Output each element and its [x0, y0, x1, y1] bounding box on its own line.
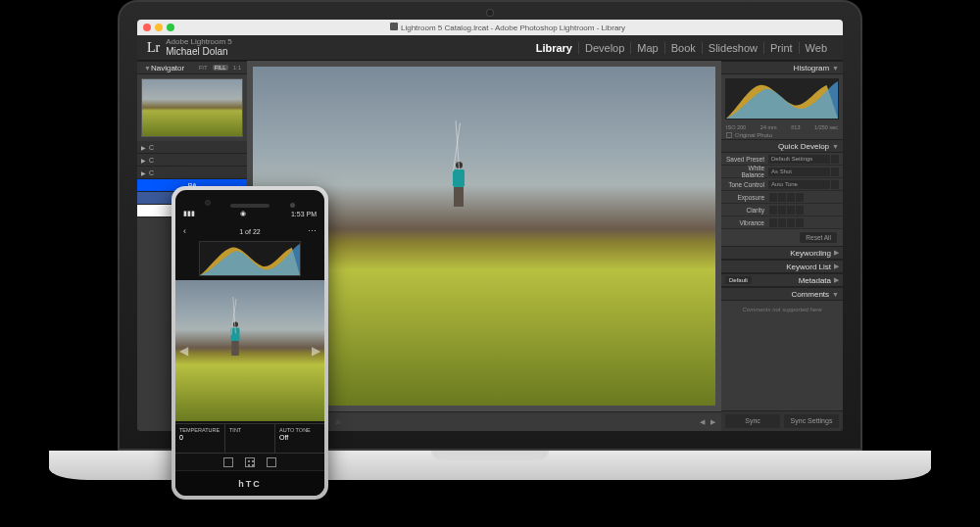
- chevron-right-icon: ▶: [141, 157, 146, 164]
- module-map[interactable]: Map: [630, 42, 663, 54]
- chevron-right-icon: ▶: [834, 276, 839, 284]
- sync-settings-button[interactable]: Sync Settings: [784, 414, 839, 428]
- top-bar: Lr Adobe Lightroom 5 Michael Dolan Libra…: [137, 35, 843, 61]
- phone-controls: TEMPERATURE0 TINT AUTO TONEOff: [175, 423, 324, 453]
- app-icon: [390, 23, 398, 30]
- histogram-header[interactable]: Histogram ▼: [721, 61, 843, 74]
- meta-focal: 24 mm: [760, 124, 777, 130]
- meta-aperture: f/13: [791, 124, 800, 130]
- comments-body: Comments not supported here: [721, 301, 843, 318]
- module-slideshow[interactable]: Slideshow: [702, 42, 763, 54]
- sync-row: Sync Sync Settings: [721, 410, 843, 431]
- wifi-icon: ◉: [240, 210, 246, 217]
- histogram-display[interactable]: [725, 78, 839, 120]
- stepper-icon[interactable]: [831, 180, 839, 189]
- qd-exposure[interactable]: Exposure: [721, 191, 843, 204]
- left-collapsed-row-3[interactable]: ▶C: [137, 167, 247, 179]
- window-title: Lightroom 5 Catalog.lrcat - Adobe Photos…: [178, 23, 837, 32]
- qd-clarity[interactable]: Clarity: [721, 204, 843, 216]
- laptop-camera: [487, 10, 493, 16]
- laptop-notch: [431, 451, 549, 460]
- chevron-right-icon: ▶: [834, 263, 839, 270]
- phone-view-icons: [175, 453, 324, 470]
- module-picker: Library Develop Map Book Slideshow Print…: [530, 42, 833, 54]
- navigator-label: Navigator: [151, 64, 184, 72]
- left-collapsed-row-2[interactable]: ▶C: [137, 154, 247, 167]
- right-panel: Histogram ▼ ISO 200 24 mm f/13 1/250 sec: [721, 61, 843, 431]
- navigator-header[interactable]: ▼ Navigator FIT FILL 1:1: [137, 61, 247, 74]
- chevron-right-icon[interactable]: ▶: [710, 418, 715, 426]
- prev-photo-icon[interactable]: ◀: [179, 344, 188, 358]
- ctrl-tint[interactable]: TINT: [225, 424, 275, 453]
- histogram-svg: [200, 242, 300, 275]
- sync-button[interactable]: Sync: [725, 414, 780, 428]
- qd-white-balance[interactable]: White BalanceAs Shot: [721, 166, 843, 178]
- meta-iso: ISO 200: [726, 124, 746, 130]
- metadata-preset[interactable]: Default: [725, 276, 752, 284]
- zoom-icon[interactable]: [167, 24, 174, 31]
- ctrl-temperature[interactable]: TEMPERATURE0: [175, 424, 225, 453]
- chevron-right-icon: ▶: [834, 249, 839, 257]
- back-icon[interactable]: ‹: [183, 226, 186, 236]
- navigator-thumbnail[interactable]: [141, 78, 243, 137]
- brand-user: Michael Dolan: [166, 46, 232, 57]
- chevron-right-icon: ▶: [141, 169, 146, 176]
- chevron-left-icon[interactable]: ◀: [700, 418, 705, 426]
- view-grid-icon[interactable]: [245, 457, 255, 467]
- view-compare-icon[interactable]: [267, 457, 276, 467]
- signal-icon: ▮▮▮: [183, 210, 195, 217]
- qd-tone-control[interactable]: Tone ControlAuto Tone: [721, 178, 843, 191]
- chevron-down-icon: ▼: [144, 65, 151, 72]
- nav-zoom-fit[interactable]: FIT: [197, 65, 210, 71]
- qd-reset-all[interactable]: Reset All: [721, 229, 843, 246]
- original-photo-checkbox[interactable]: Original Photo: [721, 131, 843, 139]
- keywording-header[interactable]: Keywording▶: [721, 246, 843, 260]
- view-single-icon[interactable]: [223, 457, 233, 467]
- brand-product: Adobe Lightroom 5: [166, 38, 232, 46]
- metadata-header[interactable]: DefaultMetadata▶: [721, 273, 843, 287]
- phone-sensor: [290, 203, 295, 208]
- phone-photo[interactable]: ◀ ▶: [175, 280, 324, 421]
- module-library[interactable]: Library: [530, 42, 578, 54]
- phone-speaker: [230, 204, 270, 208]
- ctrl-auto-tone[interactable]: AUTO TONEOff: [275, 424, 324, 453]
- checkbox-icon: [726, 132, 732, 138]
- phone-histogram[interactable]: [199, 241, 301, 276]
- quick-develop-label: Quick Develop: [778, 142, 829, 151]
- qd-vibrance[interactable]: Vibrance: [721, 216, 843, 229]
- nav-zoom-1to1[interactable]: 1:1: [231, 65, 243, 71]
- photo-counter: 1 of 22: [239, 228, 260, 235]
- phone-brand: hTC: [175, 470, 324, 496]
- phone-photo-nav: ‹ 1 of 22 ⋯: [175, 223, 324, 239]
- phone-body: ▮▮▮ ◉ 1:53 PM ‹ 1 of 22 ⋯ ◀ ▶: [175, 190, 324, 496]
- navigator-zoom-tabs: FIT FILL 1:1: [197, 65, 243, 71]
- module-book[interactable]: Book: [664, 42, 702, 54]
- nav-zoom-fill[interactable]: FILL: [213, 65, 228, 71]
- status-time: 1:53 PM: [291, 211, 317, 217]
- close-icon[interactable]: [143, 24, 151, 31]
- phone-statusbar: ▮▮▮ ◉ 1:53 PM: [175, 208, 324, 219]
- histogram-svg: [726, 79, 838, 119]
- stepper-icon[interactable]: [831, 168, 839, 176]
- minimize-icon[interactable]: [155, 24, 163, 31]
- chevron-down-icon: ▼: [832, 143, 839, 150]
- module-web[interactable]: Web: [799, 42, 833, 54]
- brand-block: Lr Adobe Lightroom 5 Michael Dolan: [147, 38, 232, 57]
- left-collapsed-row-1[interactable]: ▶C: [137, 141, 247, 154]
- share-icon[interactable]: ⋯: [308, 226, 317, 236]
- phone-frame: ▮▮▮ ◉ 1:53 PM ‹ 1 of 22 ⋯ ◀ ▶: [172, 186, 328, 500]
- stepper-icon[interactable]: [831, 155, 839, 164]
- keyword-list-header[interactable]: Keyword List▶: [721, 260, 843, 273]
- brand-mark: Lr: [147, 40, 160, 56]
- comments-header[interactable]: Comments▼: [721, 287, 843, 301]
- next-photo-icon[interactable]: ▶: [312, 344, 320, 358]
- histogram-label: Histogram: [794, 64, 829, 72]
- chevron-right-icon: ▶: [141, 144, 146, 151]
- module-print[interactable]: Print: [763, 42, 799, 54]
- quick-develop-header[interactable]: Quick Develop ▼: [721, 139, 843, 153]
- phone-camera: [205, 200, 211, 206]
- histogram-meta: ISO 200 24 mm f/13 1/250 sec: [721, 123, 843, 131]
- chevron-down-icon: ▼: [832, 291, 839, 298]
- window-titlebar: Lightroom 5 Catalog.lrcat - Adobe Photos…: [137, 20, 843, 35]
- module-develop[interactable]: Develop: [578, 42, 630, 54]
